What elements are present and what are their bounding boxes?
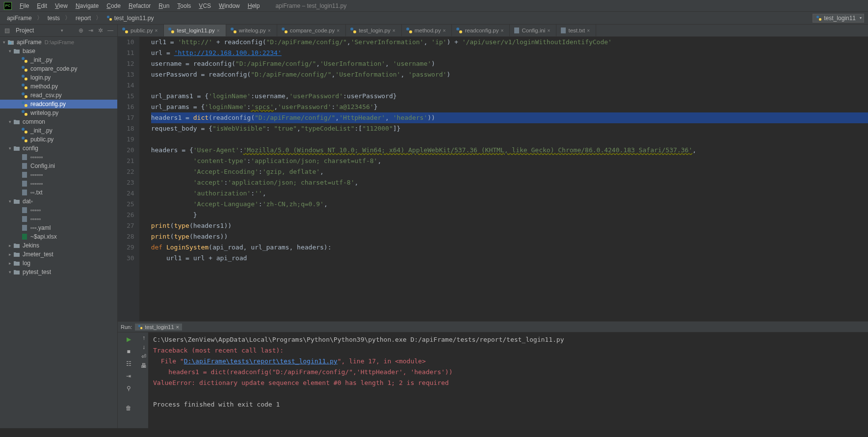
menu-vcs[interactable]: VCS (195, 2, 215, 9)
tree-item[interactable]: compare_code.py (0, 64, 117, 73)
editor-tab[interactable]: public.py× (118, 25, 164, 36)
tree-item[interactable]: read_csv.py (0, 91, 117, 100)
expander-icon[interactable]: ▸ (7, 252, 13, 257)
tree-item[interactable]: ▫▫▫▫▫ (0, 206, 117, 215)
menu-file[interactable]: File (16, 2, 33, 9)
tree-item[interactable]: ▫▫▫▫▫ (0, 215, 117, 223)
tree-item[interactable]: ▫▫.txt (0, 188, 117, 197)
export-icon[interactable]: ⇥ (124, 371, 133, 381)
settings-icon[interactable]: ✲ (97, 27, 105, 34)
tree-item[interactable]: ▸log (0, 259, 117, 268)
code-line[interactable] (151, 134, 868, 145)
breadcrumb-item[interactable]: tests (45, 15, 63, 22)
expander-icon[interactable]: ▾ (7, 119, 13, 124)
tree-item[interactable]: ▸Jmeter_test (0, 250, 117, 259)
code-line[interactable]: print(type(headers1)) (151, 220, 868, 231)
close-icon[interactable]: × (217, 28, 222, 33)
code-line[interactable]: request_body = {"isWebVisible": "true","… (151, 123, 868, 134)
code-line[interactable]: 'authorization':'', (151, 188, 868, 199)
tree-item[interactable]: ▾common (0, 117, 117, 126)
up-icon[interactable]: ↑ (142, 334, 145, 341)
editor-tab[interactable]: test.txt× (556, 25, 596, 36)
code-line[interactable]: url = 'http://192.168.100.10:2234' (151, 48, 868, 58)
close-icon[interactable]: × (393, 28, 397, 33)
code-line[interactable]: 'Accept-Encoding':'gzip, deflate', (151, 166, 868, 177)
stack-link[interactable]: D:\apiFrame\tests\report\test_login11.py (184, 357, 338, 365)
editor-tab[interactable]: Config.ini× (510, 25, 556, 36)
print-icon[interactable]: 🖶 (141, 362, 147, 369)
close-icon[interactable]: × (337, 28, 342, 33)
code-line[interactable]: def LoginSystem(api_road, url_params, he… (151, 242, 868, 253)
code-line[interactable]: url1 = url + api_road (151, 253, 868, 264)
code-line[interactable]: headers1 = dict(readconfig("D:/apiFrame/… (151, 112, 868, 123)
code-line[interactable] (151, 80, 868, 91)
code-line[interactable]: username = readconfig("D:/apiFrame/confi… (151, 58, 868, 69)
close-icon[interactable]: × (443, 28, 447, 33)
menu-refactor[interactable]: Refactor (125, 2, 155, 9)
project-tree[interactable]: ▾apiFrameD:\apiFrame▾base_init_.pycompar… (0, 37, 117, 428)
editor-tab[interactable]: test_login11.py× (164, 25, 226, 36)
tree-item[interactable]: readconfig.py (0, 100, 117, 109)
expander-icon[interactable]: ▸ (7, 261, 13, 266)
tree-item[interactable]: _init_.py (0, 126, 117, 135)
tree-item[interactable]: ~$api.xlsx (0, 232, 117, 241)
tree-item[interactable]: ▫▫▫▫▫▫ (0, 170, 117, 179)
menu-edit[interactable]: Edit (33, 2, 51, 9)
code-line[interactable]: url_params1 = {'loginName':username,'use… (151, 91, 868, 102)
menu-view[interactable]: View (51, 2, 72, 9)
down-icon[interactable]: ↓ (142, 344, 145, 351)
close-icon[interactable]: × (176, 324, 179, 330)
breadcrumb-item[interactable]: report (73, 15, 94, 22)
close-icon[interactable]: × (500, 28, 505, 33)
menu-navigate[interactable]: Navigate (72, 2, 103, 9)
editor[interactable]: 1011121314151617181920212223242526272829… (118, 37, 868, 321)
menu-help[interactable]: Help (244, 2, 264, 9)
editor-tab[interactable]: test_login.py× (346, 25, 402, 36)
layout-icon[interactable]: ☷ (124, 359, 133, 369)
menu-window[interactable]: Window (215, 2, 244, 9)
tree-item[interactable]: writelog.py (0, 109, 117, 117)
breadcrumb-item[interactable]: test_login11.py (104, 15, 157, 22)
pin-icon[interactable]: ⚲ (124, 383, 133, 393)
code-line[interactable]: } (151, 210, 868, 220)
close-icon[interactable]: × (268, 28, 273, 33)
tree-item[interactable]: public.py (0, 135, 117, 144)
code-line[interactable]: url_params = {'loginName':'spcs','userPa… (151, 102, 868, 112)
tree-item[interactable]: ▾pytest_test (0, 268, 117, 276)
editor-tab[interactable]: method.py× (402, 25, 452, 36)
menu-code[interactable]: Code (103, 2, 125, 9)
menu-run[interactable]: Run (155, 2, 173, 9)
run-output[interactable]: C:\Users\ZenView\AppData\Local\Programs\… (148, 332, 868, 428)
expander-icon[interactable]: ▾ (7, 49, 13, 54)
tree-item[interactable]: ▾base (0, 47, 117, 55)
tree-item[interactable]: _init_.py (0, 55, 117, 64)
rerun-icon[interactable]: ▶ (124, 334, 133, 344)
collapse-icon[interactable]: ⇥ (87, 27, 95, 34)
code-line[interactable]: 'Accept-Language':'zh-CN,zh;q=0.9', (151, 199, 868, 210)
close-icon[interactable]: × (587, 28, 592, 33)
hide-icon[interactable]: — (106, 27, 114, 34)
menu-tools[interactable]: Tools (173, 2, 195, 9)
project-view-icon[interactable]: ▤ (3, 27, 11, 34)
tree-item[interactable]: ▫▫▫.yaml (0, 223, 117, 232)
code-line[interactable]: headers = {'User-Agent':'Mozilla/5.0 (Wi… (151, 145, 868, 156)
tree-item[interactable]: ▾dat▫ (0, 197, 117, 206)
editor-tab[interactable]: writelog.py× (226, 25, 277, 36)
locate-icon[interactable]: ⊕ (77, 27, 85, 34)
expander-icon[interactable]: ▾ (7, 270, 13, 274)
tree-item[interactable]: ▸Jekins (0, 241, 117, 250)
code-content[interactable]: url1 = 'http://' + readconfig("D:/apiFra… (139, 37, 868, 321)
close-icon[interactable]: × (155, 28, 159, 33)
tree-item[interactable]: ▾config (0, 144, 117, 153)
trash-icon[interactable]: 🗑 (124, 403, 133, 413)
expander-icon[interactable]: ▸ (7, 243, 13, 248)
expander-icon[interactable]: ▾ (7, 199, 13, 204)
run-tab[interactable]: test_login11 × (135, 324, 182, 330)
editor-tab[interactable]: readconfig.py× (452, 25, 510, 36)
code-line[interactable]: 'content-type':'application/json; charse… (151, 156, 868, 166)
breadcrumb-item[interactable]: apiFrame (4, 15, 35, 22)
tree-item[interactable]: ▫▫▫▫▫▫ (0, 153, 117, 162)
code-line[interactable]: userPassword = readconfig("D:/apiFrame/c… (151, 69, 868, 80)
stop-icon[interactable]: ■ (124, 347, 133, 356)
tree-item[interactable]: login.py (0, 73, 117, 82)
